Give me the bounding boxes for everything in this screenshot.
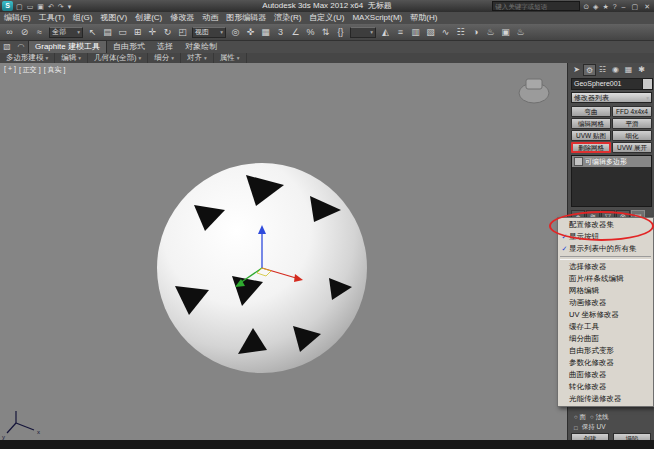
window-crossing-icon[interactable]: ⊞ (130, 25, 145, 39)
curve-editor-icon[interactable]: ∿ (438, 25, 453, 39)
use-pivot-point-icon[interactable]: ◎ (228, 25, 243, 39)
menu-rendering[interactable]: 渲染(R) (270, 12, 305, 24)
redo-icon[interactable]: ↷ (57, 1, 65, 12)
snap-toggle-3d-icon[interactable]: 3 (273, 25, 288, 39)
stack-item-editable-poly[interactable]: 可编辑多边形 (572, 156, 651, 167)
modifier-stack[interactable]: 可编辑多边形 (571, 155, 652, 207)
search-icon[interactable]: ⊙ (582, 1, 590, 12)
menu-item-selection-modifiers[interactable]: 选择修改器 (558, 261, 653, 273)
select-and-rotate-icon[interactable]: ↻ (160, 25, 175, 39)
communication-center-icon[interactable]: ◈ (592, 1, 599, 12)
menu-item-animation-modifiers[interactable]: 动画修改器 (558, 297, 653, 309)
panel-edit[interactable]: 编辑▾ (55, 53, 88, 63)
menu-item-parametric-modifiers[interactable]: 参数化修改器 (558, 357, 653, 369)
viewport-label[interactable]: [ + ] [ 正交 ] [ 真实 ] (4, 65, 65, 75)
tab-object-paint[interactable]: 对象绘制 (179, 41, 223, 53)
menu-item-surface-modifiers[interactable]: 曲面修改器 (558, 369, 653, 381)
modifier-button-delete-mesh[interactable]: 删除网格 (571, 142, 611, 153)
menu-maxscript[interactable]: MAXScript(M) (348, 12, 406, 24)
tab-display[interactable]: ▦ (622, 64, 635, 76)
select-and-link-icon[interactable]: ∞ (2, 25, 17, 39)
viewport-shading-label[interactable]: [ 真实 ] (44, 65, 66, 75)
modifier-button-ffd4x4x4[interactable]: FFD 4x4x4 (612, 106, 652, 117)
close-button[interactable]: ✕ (642, 1, 652, 12)
tab-utilities[interactable]: ✱ (635, 64, 648, 76)
tab-freeform[interactable]: 自由形式 (107, 41, 151, 53)
maximize-button[interactable]: ▢ (630, 1, 641, 12)
align-icon[interactable]: ≡ (393, 25, 408, 39)
tab-selection[interactable]: 选择 (151, 41, 179, 53)
app-logo-button[interactable]: S (2, 1, 13, 11)
selection-filter-dropdown[interactable]: 全部▾ (49, 27, 83, 38)
help-icon[interactable]: ? (612, 1, 618, 12)
keyboard-override-icon[interactable]: ▦ (258, 25, 273, 39)
panel-align[interactable]: 对齐▾ (181, 53, 214, 63)
modifier-list-dropdown[interactable]: 修改器列表 ▾ (571, 92, 652, 103)
rendered-frame-icon[interactable]: ▣ (498, 25, 513, 39)
project-menu-icon[interactable]: ▾ (67, 1, 73, 12)
menu-edit[interactable]: 编辑(E) (0, 12, 35, 24)
tab-modify[interactable]: ⚙ (583, 64, 596, 76)
select-and-scale-icon[interactable]: ◰ (175, 25, 190, 39)
tab-hierarchy[interactable]: ☷ (596, 64, 609, 76)
checkbox-icon[interactable]: □ (574, 425, 578, 431)
menu-item-show-all-sets[interactable]: ✓显示列表中的所有集 (558, 243, 653, 255)
viewport-canvas[interactable]: x y (0, 63, 567, 440)
modifier-button-tessellate[interactable]: 细化 (612, 130, 652, 141)
angle-snap-icon[interactable]: ∠ (288, 25, 303, 39)
schematic-view-icon[interactable]: ☷ (453, 25, 468, 39)
radio-icon[interactable]: ○ 法线 (590, 413, 608, 422)
bind-to-space-warp-icon[interactable]: ≈ (32, 25, 47, 39)
menu-animation[interactable]: 动画 (198, 12, 222, 24)
panel-subdivision[interactable]: 细分▾ (148, 53, 181, 63)
menu-graph-editors[interactable]: 图形编辑器 (222, 12, 270, 24)
render-production-icon[interactable]: ♨ (513, 25, 528, 39)
undo-icon[interactable]: ↶ (47, 1, 55, 12)
menu-item-radiosity-modifiers[interactable]: 光能传递修改器 (558, 393, 653, 405)
new-scene-icon[interactable]: ▢ (15, 1, 24, 12)
select-by-name-icon[interactable]: ▤ (100, 25, 115, 39)
percent-snap-icon[interactable]: % (303, 25, 318, 39)
unlink-selection-icon[interactable]: ⊘ (17, 25, 32, 39)
menu-tools[interactable]: 工具(T) (35, 12, 69, 24)
menu-help[interactable]: 帮助(H) (406, 12, 441, 24)
tab-graphite-modeling-tools[interactable]: Graphite 建模工具 (28, 40, 107, 53)
modifier-button-edit-mesh[interactable]: 编辑网格 (571, 118, 611, 129)
render-setup-icon[interactable]: ♨ (483, 25, 498, 39)
menu-modifiers[interactable]: 修改器 (166, 12, 198, 24)
reference-coordinate-dropdown[interactable]: 视图▾ (192, 27, 226, 38)
save-file-icon[interactable]: ▣ (36, 1, 45, 12)
menu-views[interactable]: 视图(V) (96, 12, 131, 24)
object-color-swatch[interactable] (642, 78, 653, 90)
menu-item-cache-tools[interactable]: 缓存工具 (558, 321, 653, 333)
modifier-button-uvw-map[interactable]: UVW 贴图 (571, 130, 611, 141)
select-object-icon[interactable]: ↖ (85, 25, 100, 39)
panel-properties[interactable]: 属性▾ (214, 53, 247, 63)
polygon-modeling-icon[interactable]: ▧ (0, 41, 14, 53)
menu-item-configure-modifier-sets[interactable]: 配置修改器集 (558, 219, 653, 231)
menu-item-show-buttons[interactable]: ✓显示按钮 (558, 231, 653, 243)
ribbon-toggle-icon[interactable]: ▧ (423, 25, 438, 39)
minimize-button[interactable]: ‒ (620, 1, 628, 12)
modifier-button-smooth[interactable]: 平滑 (612, 118, 652, 129)
menu-item-free-form-deformations[interactable]: 自由形式变形 (558, 345, 653, 357)
viewport-view-label[interactable]: [ 正交 ] (19, 65, 41, 75)
panel-polygon-modeling[interactable]: 多边形建模▾ (0, 53, 55, 63)
menu-item-uv-coordinate-modifiers[interactable]: UV 坐标修改器 (558, 309, 653, 321)
edit-named-selection-icon[interactable]: {} (333, 25, 348, 39)
menu-group[interactable]: 组(G) (69, 12, 97, 24)
menu-item-mesh-editing[interactable]: 网格编辑 (558, 285, 653, 297)
tab-create[interactable]: ➤ (570, 64, 583, 76)
selection-region-icon[interactable]: ▭ (115, 25, 130, 39)
object-name-field[interactable]: GeoSphere001 (571, 78, 643, 90)
menu-create[interactable]: 创建(C) (131, 12, 166, 24)
layer-manager-icon[interactable]: ▥ (408, 25, 423, 39)
select-and-manipulate-icon[interactable]: ✜ (243, 25, 258, 39)
menu-customize[interactable]: 自定义(U) (305, 12, 348, 24)
mirror-icon[interactable]: ◭ (378, 25, 393, 39)
viewport-pov-label[interactable]: [ + ] (4, 65, 16, 75)
modifier-button-bend[interactable]: 弯曲 (571, 106, 611, 117)
menu-item-subdivision-surfaces[interactable]: 细分曲面 (558, 333, 653, 345)
viewcube[interactable] (519, 79, 549, 103)
menu-item-patch-spline-editing[interactable]: 面片/样条线编辑 (558, 273, 653, 285)
